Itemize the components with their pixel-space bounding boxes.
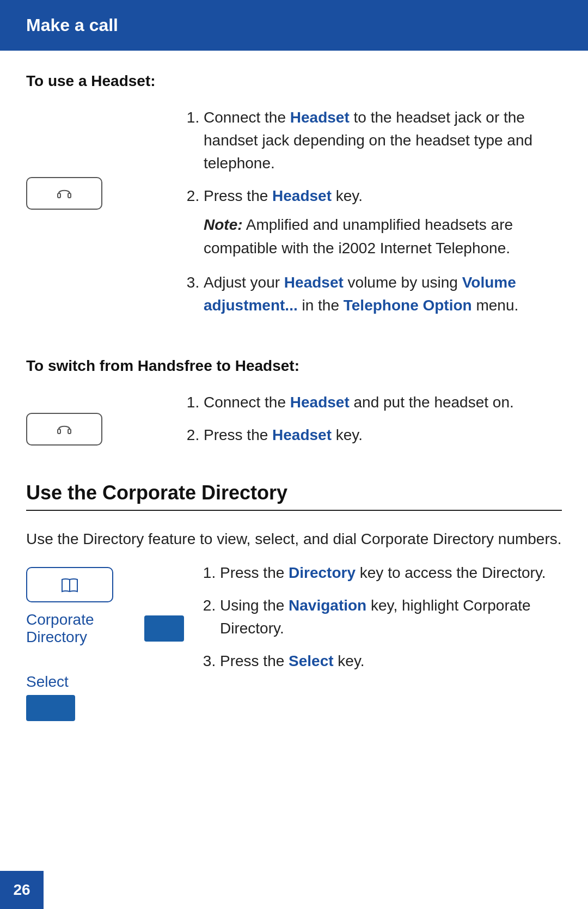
directory-icon (59, 574, 81, 596)
note-label: Note: (204, 216, 243, 233)
headset-key-illustration-2 (26, 391, 168, 460)
section2-step-list: Connect the Headset and put the headset … (184, 391, 562, 447)
page-number-bar: 26 (0, 871, 44, 909)
select-blue-rect (26, 695, 75, 721)
directory-key-area: Corporate Directory Select (26, 562, 184, 721)
svg-rect-0 (58, 193, 60, 198)
section3-step-list: Press the Directory key to access the Di… (200, 562, 562, 673)
headset-icon-2 (54, 419, 74, 439)
list-item: Connect the Headset and put the headset … (204, 391, 562, 414)
select-link: Select (289, 652, 334, 669)
list-item: Adjust your Headset volume by using Volu… (204, 271, 562, 317)
headset-link-s2-1: Headset (290, 394, 350, 411)
section3-title: Use the Corporate Directory (26, 481, 562, 504)
list-item: Press the Headset key. Note: Amplified a… (204, 185, 562, 260)
list-item: Press the Directory key to access the Di… (220, 562, 562, 584)
headset-link-2: Headset (272, 187, 332, 204)
section1-step-list: Connect the Headset to the headset jack … (184, 106, 562, 317)
headset-link-1: Headset (290, 109, 350, 126)
corp-dir-label: Corporate Directory (26, 611, 133, 646)
spacer1 (26, 341, 562, 357)
headset-link-s2-2: Headset (272, 426, 332, 443)
section3-steps: Press the Directory key to access the Di… (200, 562, 562, 721)
select-label: Select (26, 673, 75, 691)
section2-heading: To switch from Handsfree to Headset: (26, 357, 562, 375)
list-item: Using the Navigation key, highlight Corp… (220, 594, 562, 640)
section2-steps: Connect the Headset and put the headset … (184, 391, 562, 460)
headset-key-button-2 (26, 413, 102, 446)
section3-layout: Corporate Directory Select Press the Dir… (26, 562, 562, 721)
directory-link: Directory (289, 564, 356, 581)
section1-layout: Connect the Headset to the headset jack … (26, 106, 562, 330)
svg-rect-3 (68, 429, 71, 434)
corp-dir-blue-rect (144, 615, 184, 642)
select-area: Select (26, 673, 75, 721)
page-title: Make a call (26, 15, 118, 35)
telephone-option-link: Telephone Option (344, 297, 472, 314)
headset-link-3: Headset (284, 274, 344, 291)
section2-layout: Connect the Headset and put the headset … (26, 391, 562, 460)
section1-heading: To use a Headset: (26, 72, 562, 90)
section3-intro: Use the Directory feature to view, selec… (26, 527, 562, 551)
section1-steps: Connect the Headset to the headset jack … (184, 106, 562, 330)
svg-rect-1 (68, 193, 71, 198)
section-switch-headset: To switch from Handsfree to Headset: C (26, 357, 562, 460)
corp-dir-row: Corporate Directory (26, 611, 184, 646)
section-corporate-directory: Use the Corporate Directory Use the Dire… (26, 481, 562, 721)
list-item: Connect the Headset to the headset jack … (204, 106, 562, 175)
navigation-link: Navigation (289, 597, 366, 614)
list-item: Press the Headset key. (204, 424, 562, 447)
headset-icon (54, 184, 74, 203)
directory-key-button (26, 567, 113, 602)
main-content: To use a Headset: Connect t (0, 72, 588, 776)
list-item: Press the Select key. (220, 650, 562, 673)
section3-title-block: Use the Corporate Directory (26, 481, 562, 511)
headset-key-button (26, 177, 102, 210)
svg-rect-2 (58, 429, 60, 434)
section-use-headset: To use a Headset: Connect t (26, 72, 562, 330)
header-bar: Make a call (0, 0, 588, 51)
page-number: 26 (13, 881, 30, 899)
headset-key-illustration (26, 106, 168, 330)
